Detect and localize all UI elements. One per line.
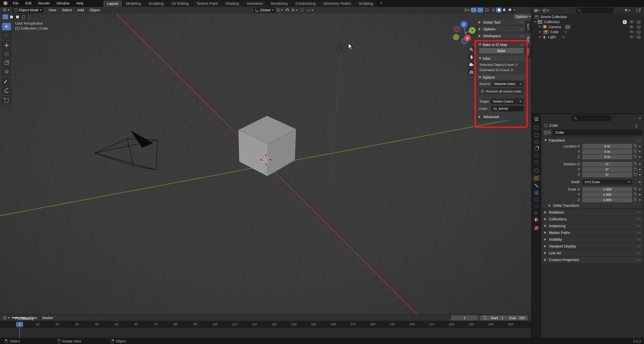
- lock-icon[interactable]: [634, 156, 637, 158]
- outliner-row-camera[interactable]: Camera: [532, 24, 644, 29]
- select-mode-set[interactable]: [3, 14, 8, 19]
- tab-collection[interactable]: [532, 167, 541, 174]
- timeline-menu-item[interactable]: Playback: [11, 317, 19, 319]
- eye-icon[interactable]: [630, 21, 634, 23]
- tool-rotate[interactable]: [2, 50, 11, 58]
- bake-button[interactable]: Bake: [479, 48, 524, 54]
- n-panel-collapsed-header[interactable]: Workspace: [477, 33, 526, 39]
- n-panel-collapsed-header[interactable]: Options: [477, 26, 526, 32]
- object-name-field[interactable]: Cube: [553, 130, 642, 135]
- tool-transform[interactable]: [2, 68, 11, 75]
- color-name-field[interactable]: ID_MASK: [491, 106, 524, 111]
- viewport-menu-item[interactable]: Add: [75, 8, 87, 12]
- shading-material-button[interactable]: [502, 8, 507, 13]
- lock-icon[interactable]: [634, 168, 637, 171]
- tab-render[interactable]: [532, 132, 541, 138]
- advanced-subpanel-header[interactable]: Advanced: [477, 114, 526, 120]
- tab-particles[interactable]: [532, 189, 541, 196]
- workspace-tab[interactable]: UV Editing: [168, 1, 193, 7]
- editor-type-button[interactable]: [2, 8, 11, 13]
- select-mode-extend[interactable]: [9, 14, 14, 19]
- value-field[interactable]: 0 m: [582, 144, 632, 149]
- value-field[interactable]: 1.000: [582, 187, 632, 192]
- grip-handle[interactable]: [637, 259, 641, 261]
- tool-scale[interactable]: [2, 59, 11, 67]
- tool-measure[interactable]: [2, 86, 11, 94]
- tool-add-cube[interactable]: [2, 96, 11, 104]
- tab-view-layer[interactable]: [532, 145, 541, 152]
- falloff-select[interactable]: [305, 8, 315, 13]
- options-subpanel-header[interactable]: Options: [477, 74, 526, 80]
- grip-handle[interactable]: [637, 211, 641, 213]
- value-field[interactable]: 1.000: [582, 192, 632, 197]
- grip-handle[interactable]: [637, 252, 641, 254]
- shading-rendered-button[interactable]: [507, 8, 513, 13]
- topbar-menu-item[interactable]: Help: [73, 0, 87, 7]
- new-collection-button[interactable]: [636, 9, 640, 12]
- select-mode-invert[interactable]: [21, 14, 26, 19]
- properties-editor-type-button[interactable]: [532, 116, 541, 122]
- topbar-menu-item[interactable]: File: [10, 0, 22, 7]
- gizmo-minus-y[interactable]: [454, 35, 459, 40]
- target-dropdown[interactable]: Vertex Colors: [491, 99, 524, 104]
- snap-toggle[interactable]: [285, 8, 290, 13]
- value-field[interactable]: 0°: [582, 162, 632, 167]
- properties-collapsed-panel[interactable]: Line Art: [542, 250, 643, 256]
- tab-texture[interactable]: [532, 225, 541, 231]
- grip-handle[interactable]: [637, 238, 641, 240]
- expander-icon[interactable]: [539, 36, 542, 38]
- animate-dot[interactable]: [639, 151, 640, 152]
- workspace-tab[interactable]: Sculpting: [145, 1, 168, 7]
- snap-target-select[interactable]: [290, 8, 299, 13]
- start-frame-field[interactable]: Start 1: [480, 315, 506, 320]
- tab-world[interactable]: [532, 159, 541, 165]
- current-frame-field[interactable]: 1: [451, 315, 478, 320]
- render-visibility-icon[interactable]: [637, 26, 640, 28]
- animate-dot[interactable]: [639, 189, 640, 190]
- lock-icon[interactable]: [634, 193, 637, 196]
- grip-handle[interactable]: [637, 232, 641, 234]
- properties-options-dropdown[interactable]: [639, 118, 641, 120]
- timeline-menu-item[interactable]: Marker: [39, 316, 56, 320]
- properties-search-input[interactable]: [571, 115, 612, 121]
- add-workspace-button[interactable]: +: [377, 0, 385, 7]
- workspace-tab[interactable]: Texture Paint: [193, 1, 222, 7]
- properties-collapsed-panel[interactable]: Motion Paths: [542, 230, 643, 236]
- pan-view-button[interactable]: [468, 53, 475, 61]
- tab-modifiers[interactable]: [532, 182, 541, 189]
- xray-toggle[interactable]: [484, 8, 490, 13]
- animate-dot[interactable]: [639, 199, 640, 201]
- gizmos-toggle[interactable]: [471, 8, 476, 13]
- cube-object[interactable]: [238, 116, 296, 176]
- grip-handle[interactable]: [637, 218, 641, 220]
- workspace-tab[interactable]: Compositing: [292, 1, 320, 7]
- transform-orientation-select[interactable]: Global: [254, 8, 275, 13]
- collection-checkbox[interactable]: ✓: [623, 20, 627, 24]
- viewport-menu-item[interactable]: View: [46, 8, 59, 12]
- outliner-row-cube[interactable]: Cube ▽: [532, 29, 644, 34]
- zoom-view-button[interactable]: [468, 46, 475, 53]
- ortho-toggle-button[interactable]: [468, 69, 475, 76]
- tab-scene[interactable]: [532, 152, 541, 159]
- topbar-menu-item[interactable]: Edit: [22, 0, 35, 7]
- playhead[interactable]: 1: [16, 322, 23, 327]
- outliner-row-collection[interactable]: Collection ✓: [532, 19, 644, 24]
- value-field[interactable]: 1.000: [582, 198, 632, 202]
- animate-dot[interactable]: [639, 169, 640, 170]
- lock-icon[interactable]: [634, 174, 637, 176]
- tab-object[interactable]: [532, 175, 541, 181]
- value-field[interactable]: 0 m: [582, 149, 632, 154]
- pin-icon[interactable]: [635, 124, 637, 127]
- properties-collapsed-panel[interactable]: Custom Properties: [542, 257, 643, 263]
- topbar-menu-item[interactable]: Window: [53, 0, 73, 7]
- properties-collapsed-panel[interactable]: Collections: [542, 216, 643, 222]
- value-field[interactable]: 0°: [582, 172, 632, 177]
- workspace-tab[interactable]: Shading: [222, 1, 243, 7]
- tab-physics[interactable]: [532, 196, 541, 203]
- tab-tool[interactable]: [532, 124, 541, 131]
- grip-handle[interactable]: [520, 21, 524, 23]
- animate-dot[interactable]: [639, 174, 640, 175]
- camera-object[interactable]: [95, 130, 158, 170]
- n-panel-tab-view[interactable]: View: [525, 46, 531, 58]
- n-panel-collapsed-header[interactable]: Active Tool: [477, 19, 526, 25]
